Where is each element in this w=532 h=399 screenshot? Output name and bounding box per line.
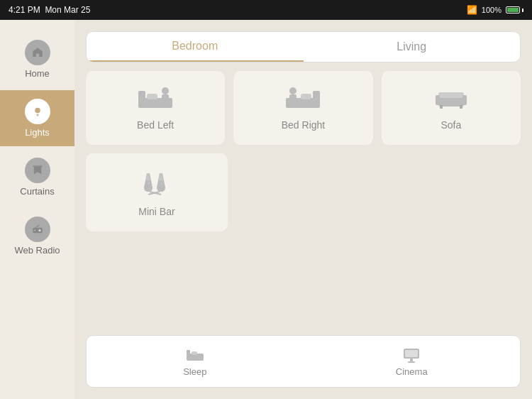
home-icon [25,40,50,65]
sidebar-curtains-label: Curtains [20,186,54,197]
light-card-sofa[interactable]: Sofa [382,71,521,145]
tab-bar: Bedroom Living [86,31,521,62]
status-icons: 📶 100% [467,5,523,15]
svg-rect-17 [436,95,440,105]
mini-bar-label: Mini Bar [138,206,174,217]
cinema-icon [401,346,421,364]
sidebar-item-lights[interactable]: Lights [0,90,74,146]
empty-card-3 [383,153,521,231]
svg-point-25 [160,178,162,180]
sidebar-lights-label: Lights [25,127,50,138]
bed-left-label: Bed Left [137,119,174,131]
svg-rect-15 [438,97,464,106]
svg-rect-29 [192,351,197,355]
webradio-icon [25,217,50,242]
svg-rect-32 [410,359,413,361]
sleep-label: Sleep [183,366,206,377]
svg-point-24 [148,182,150,184]
status-time-date: 4:21 PM Mon Mar 25 [9,5,90,15]
svg-point-26 [161,183,162,185]
battery-icon [506,6,523,13]
svg-rect-1 [33,165,43,167]
svg-rect-19 [440,105,443,109]
svg-rect-16 [438,92,464,98]
svg-rect-18 [462,95,467,105]
light-card-mini-bar[interactable]: Mini Bar [86,153,228,231]
svg-rect-2 [33,228,43,234]
sidebar-item-home[interactable]: Home [0,31,74,87]
lights-row-2: Mini Bar [86,153,521,231]
svg-point-0 [35,108,40,114]
curtains-icon [25,158,50,183]
svg-point-13 [289,87,297,94]
sidebar-item-webradio[interactable]: Web Radio [0,208,74,264]
svg-rect-31 [405,350,418,357]
sidebar-webradio-label: Web Radio [14,245,60,256]
bottom-bar: Sleep Cinema [86,335,521,388]
svg-rect-20 [460,105,462,109]
sleep-icon [185,346,205,364]
bed-right-icon [284,85,321,112]
tab-bedroom[interactable]: Bedroom [87,32,304,62]
svg-point-23 [147,177,149,180]
svg-rect-12 [301,94,311,99]
bottom-item-cinema[interactable]: Cinema [304,336,521,387]
lights-icon [25,99,50,124]
mini-bar-icon [140,168,174,199]
sofa-icon [433,85,470,112]
bed-right-label: Bed Right [282,119,325,131]
battery-percent: 100% [482,6,501,14]
svg-point-8 [162,87,169,94]
wifi-icon: 📶 [467,5,477,15]
svg-rect-11 [313,91,320,106]
main-layout: Home Lights Curtains [0,20,532,399]
svg-point-3 [38,229,40,231]
light-card-bed-right[interactable]: Bed Right [233,71,372,145]
status-bar: 4:21 PM Mon Mar 25 📶 100% [0,0,532,20]
tab-living[interactable]: Living [304,32,521,62]
lights-grid: Bed Left Bed Right [86,71,521,327]
svg-rect-9 [162,94,169,100]
bed-left-icon [137,85,174,112]
svg-rect-28 [187,350,190,359]
lights-row-1: Bed Left Bed Right [86,71,521,145]
light-card-bed-left[interactable]: Bed Left [86,71,225,145]
svg-rect-14 [289,94,297,100]
sidebar: Home Lights Curtains [0,20,74,399]
svg-rect-7 [147,94,157,99]
svg-point-4 [34,230,35,231]
sidebar-item-curtains[interactable]: Curtains [0,149,74,205]
sofa-label: Sofa [440,119,461,131]
empty-card-2 [236,153,375,231]
cinema-label: Cinema [396,366,428,377]
svg-rect-6 [138,91,145,106]
sidebar-home-label: Home [25,68,50,79]
bottom-item-sleep[interactable]: Sleep [87,336,304,387]
svg-rect-33 [408,361,415,363]
content-area: Bedroom Living [74,20,532,399]
